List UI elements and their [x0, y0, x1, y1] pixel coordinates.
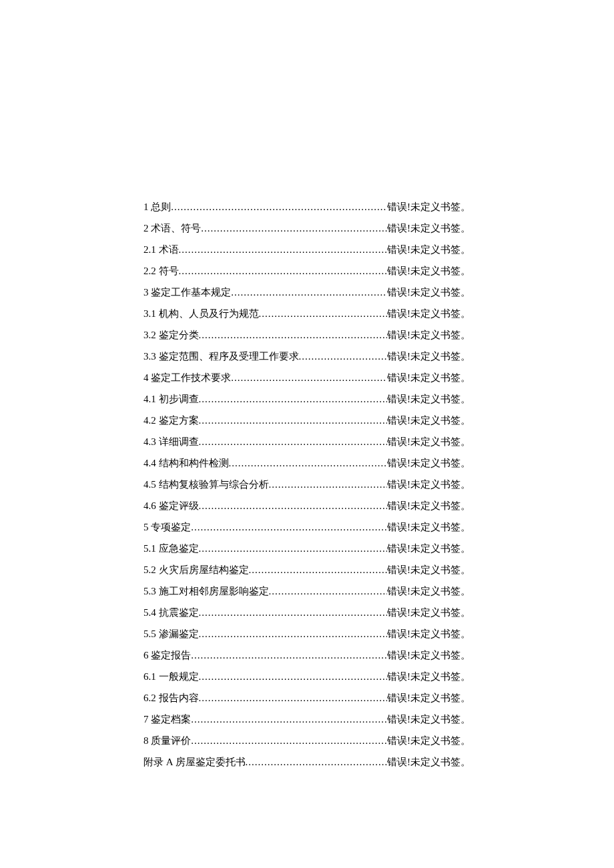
toc-entry: 5.5 渗漏鉴定错误!未定义书签。 — [143, 627, 471, 641]
toc-entry: 4.2 鉴定方案错误!未定义书签。 — [143, 414, 471, 428]
toc-entry-page: 错误!未定义书签。 — [387, 435, 471, 449]
toc-dots — [231, 286, 387, 300]
toc-entry-title: 7 鉴定档案 — [143, 713, 191, 727]
toc-entry-page: 错误!未定义书签。 — [387, 606, 471, 620]
toc-entry-page: 错误!未定义书签。 — [387, 414, 471, 428]
toc-entry-title: 4.1 初步调查 — [143, 392, 199, 406]
toc-entry-title: 8 质量评价 — [143, 734, 191, 748]
toc-entry-page: 错误!未定义书签。 — [387, 520, 471, 534]
toc-dots — [269, 584, 388, 598]
toc-entry-title: 5.5 渗漏鉴定 — [143, 627, 199, 641]
toc-entry-title: 2.1 术语 — [143, 243, 179, 257]
toc-dots — [299, 350, 388, 364]
toc-entry: 2.1 术语错误!未定义书签。 — [143, 243, 471, 257]
toc-dots — [249, 563, 388, 577]
toc-dots — [171, 200, 387, 214]
toc-entry: 2.2 符号错误!未定义书签。 — [143, 264, 471, 278]
toc-entry-page: 错误!未定义书签。 — [387, 200, 471, 214]
toc-dots — [199, 328, 388, 342]
toc-entry-title: 5.2 火灾后房屋结构鉴定 — [143, 563, 249, 577]
toc-dots — [229, 456, 388, 470]
toc-entry-title: 附录 A 房屋鉴定委托书 — [143, 755, 246, 769]
toc-entry-title: 4 鉴定工作技术要求 — [143, 371, 231, 385]
toc-entry-title: 5.1 应急鉴定 — [143, 542, 199, 556]
toc-entry-title: 1 总则 — [143, 200, 171, 214]
toc-entry: 5 专项鉴定错误!未定义书签。 — [143, 520, 471, 534]
toc-entry-page: 错误!未定义书签。 — [387, 648, 471, 663]
toc-entry: 7 鉴定档案错误!未定义书签。 — [143, 713, 471, 727]
toc-entry-title: 4.6 鉴定评级 — [143, 499, 199, 513]
toc-entry: 附录 A 房屋鉴定委托书 错误!未定义书签。 — [143, 755, 471, 769]
toc-entry-title: 6.1 一般规定 — [143, 670, 199, 684]
toc-dots — [199, 691, 388, 705]
toc-entry-page: 错误!未定义书签。 — [387, 371, 471, 385]
toc-entry-page: 错误!未定义书签。 — [387, 478, 471, 492]
toc-dots — [269, 478, 388, 492]
toc-entry: 5.3 施工对相邻房屋影响鉴定错误!未定义书签。 — [143, 584, 471, 598]
toc-entry: 4 鉴定工作技术要求错误!未定义书签。 — [143, 371, 471, 385]
toc-entry-title: 3.2 鉴定分类 — [143, 328, 199, 342]
toc-entry: 6 鉴定报告错误!未定义书签。 — [143, 648, 471, 663]
toc-entry: 3 鉴定工作基本规定错误!未定义书签。 — [143, 286, 471, 300]
toc-entry-title: 5 专项鉴定 — [143, 520, 191, 534]
toc-entry: 6.1 一般规定错误!未定义书签。 — [143, 670, 471, 684]
toc-entry: 3.2 鉴定分类错误!未定义书签。 — [143, 328, 471, 342]
toc-dots — [199, 414, 388, 428]
toc-entry-page: 错误!未定义书签。 — [387, 499, 471, 513]
toc-dots — [179, 264, 388, 278]
toc-entry-page: 错误!未定义书签。 — [387, 670, 471, 684]
toc-entry-title: 4.2 鉴定方案 — [143, 414, 199, 428]
toc-entry-page: 错误!未定义书签。 — [387, 713, 471, 727]
toc-entry-page: 错误!未定义书签。 — [387, 222, 471, 236]
toc-dots — [199, 392, 388, 406]
toc-entry-page: 错误!未定义书签。 — [387, 542, 471, 556]
toc-entry-page: 错误!未定义书签。 — [387, 392, 471, 406]
toc-entry: 4.1 初步调查错误!未定义书签。 — [143, 392, 471, 406]
toc-entry-page: 错误!未定义书签。 — [387, 563, 471, 577]
toc-dots — [191, 713, 387, 727]
toc-dots — [199, 627, 388, 641]
toc-dots — [191, 734, 387, 748]
toc-entry-page: 错误!未定义书签。 — [387, 691, 471, 705]
toc-entry: 5.2 火灾后房屋结构鉴定错误!未定义书签。 — [143, 563, 471, 577]
toc-entry-page: 错误!未定义书签。 — [387, 755, 471, 769]
toc-dots — [179, 243, 388, 257]
toc-entry-title: 4.4 结构和构件检测 — [143, 456, 229, 470]
toc-entry: 8 质量评价错误!未定义书签。 — [143, 734, 471, 748]
toc-entry: 4.5 结构复核验算与综合分析错误!未定义书签。 — [143, 478, 471, 492]
toc-entry: 6.2 报告内容错误!未定义书签。 — [143, 691, 471, 705]
toc-dots — [199, 670, 388, 684]
toc-dots — [191, 520, 387, 534]
toc-dots — [231, 371, 387, 385]
toc-entry-page: 错误!未定义书签。 — [387, 627, 471, 641]
toc-entry-page: 错误!未定义书签。 — [387, 734, 471, 748]
toc-entry: 4.3 详细调查错误!未定义书签。 — [143, 435, 471, 449]
toc-entry-page: 错误!未定义书签。 — [387, 264, 471, 278]
toc-dots — [191, 648, 387, 663]
toc-dots — [199, 435, 388, 449]
toc-entry: 5.1 应急鉴定错误!未定义书签。 — [143, 542, 471, 556]
toc-entry-page: 错误!未定义书签。 — [387, 456, 471, 470]
toc-entry: 4.4 结构和构件检测错误!未定义书签。 — [143, 456, 471, 470]
toc-entry-title: 3.3 鉴定范围、程序及受理工作要求 — [143, 350, 299, 364]
toc-entry-page: 错误!未定义书签。 — [387, 307, 471, 321]
table-of-contents: 1 总则错误!未定义书签。2 术语、符号错误!未定义书签。2.1 术语错误!未定… — [143, 200, 471, 769]
toc-dots — [199, 499, 388, 513]
toc-dots — [199, 542, 388, 556]
toc-entry: 1 总则错误!未定义书签。 — [143, 200, 471, 214]
toc-dots — [259, 307, 388, 321]
toc-entry-title: 3 鉴定工作基本规定 — [143, 286, 231, 300]
toc-entry: 5.4 抗震鉴定错误!未定义书签。 — [143, 606, 471, 620]
toc-entry-title: 6.2 报告内容 — [143, 691, 199, 705]
toc-entry-page: 错误!未定义书签。 — [387, 350, 471, 364]
toc-entry-title: 4.5 结构复核验算与综合分析 — [143, 478, 269, 492]
toc-entry-title: 2 术语、符号 — [143, 222, 201, 236]
toc-entry-title: 5.3 施工对相邻房屋影响鉴定 — [143, 584, 269, 598]
toc-entry-title: 3.1 机构、人员及行为规范 — [143, 307, 259, 321]
toc-entry-page: 错误!未定义书签。 — [387, 286, 471, 300]
toc-entry-page: 错误!未定义书签。 — [387, 328, 471, 342]
toc-entry: 3.3 鉴定范围、程序及受理工作要求错误!未定义书签。 — [143, 350, 471, 364]
toc-entry: 4.6 鉴定评级错误!未定义书签。 — [143, 499, 471, 513]
toc-entry-title: 6 鉴定报告 — [143, 648, 191, 663]
toc-dots — [246, 755, 387, 769]
